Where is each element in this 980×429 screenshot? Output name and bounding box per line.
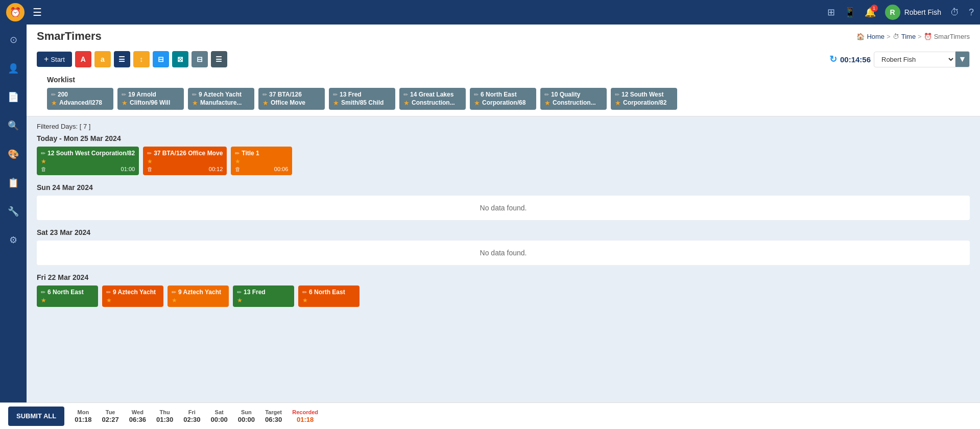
bottom-day-sun: Sun 00:00 xyxy=(238,409,255,423)
sidebar-item-documents[interactable]: 📄 xyxy=(4,88,22,106)
sort-button[interactable]: ↕ xyxy=(133,51,150,67)
timeline-content: Filtered Days: [ 7 ] Today - Mon 25 Mar … xyxy=(27,116,980,321)
filter2-button[interactable]: ⊠ xyxy=(172,51,188,67)
notification-bell-icon[interactable]: 🔔 1 xyxy=(865,7,876,18)
bottom-day-value-tue: 02:27 xyxy=(102,416,118,423)
mobile-icon[interactable]: 📱 xyxy=(844,7,855,18)
clock-icon[interactable]: ⏱ xyxy=(950,7,960,18)
sidebar-item-users[interactable]: 👤 xyxy=(4,59,22,78)
time-entry-card[interactable]: ✏ 9 Aztech Yacht ★ xyxy=(168,285,229,307)
worklist-card[interactable]: ✏ 13 Fred ★ Smith/85 Child xyxy=(329,88,395,110)
time-entry-card[interactable]: ✏ 6 North East ★ xyxy=(37,285,98,307)
sidebar-item-reports[interactable]: 📋 xyxy=(4,174,22,192)
star-icon: ★ xyxy=(262,99,269,107)
timer-refresh-icon[interactable]: ↻ xyxy=(829,54,837,65)
sidebar-item-tools[interactable]: 🔧 xyxy=(4,202,22,221)
start-button[interactable]: Start xyxy=(37,52,72,67)
user-select-dropdown-button[interactable]: ▼ xyxy=(955,51,970,67)
breadcrumb: 🏠 Home > ⏱ Time > ⏰ SmarTimers xyxy=(856,33,970,40)
bottom-recorded: Recorded 01:18 xyxy=(292,409,318,423)
worklist-card[interactable]: ✏ 37 BTA/126 ★ Office Move xyxy=(258,88,325,110)
bottom-day-value-sat: 00:00 xyxy=(210,416,227,423)
trash-icon[interactable]: 🗑 xyxy=(147,166,153,172)
pencil-icon: ✏ xyxy=(106,289,111,296)
worklist-card[interactable]: ✏ 9 Aztech Yacht ★ Manufacture... xyxy=(188,88,254,110)
pencil-icon: ✏ xyxy=(41,150,45,157)
breadcrumb-timer-icon: ⏰ xyxy=(924,33,932,40)
star-icon: ★ xyxy=(403,99,410,107)
trash-icon[interactable]: 🗑 xyxy=(41,166,46,172)
timer-value: 00:14:56 xyxy=(840,55,871,64)
star-icon: ★ xyxy=(172,297,177,304)
card-id: 37 BTA/126 xyxy=(269,91,321,98)
card-name: Office Move xyxy=(271,99,321,106)
bottom-day-name-sat: Sat xyxy=(215,409,224,415)
card-id: 6 North East xyxy=(481,91,532,98)
entry-title: 6 North East xyxy=(309,289,355,296)
breadcrumb-home-link[interactable]: Home xyxy=(867,33,885,40)
text-format-upper-button[interactable]: A xyxy=(75,51,91,67)
bottom-day-tue: Tue 02:27 xyxy=(102,409,118,423)
time-entry-card[interactable]: ✏ Title 1 ★ 🗑 00:06 xyxy=(231,147,292,175)
card-id: 19 Arnold xyxy=(128,91,180,98)
notification-badge: 1 xyxy=(871,5,878,12)
entry-title: 12 South West Corporation/82 xyxy=(47,150,135,157)
star-icon: ★ xyxy=(615,99,621,107)
pencil-icon: ✏ xyxy=(615,91,619,98)
star-icon: ★ xyxy=(544,99,551,107)
list-button[interactable]: ☰ xyxy=(211,51,227,67)
list-az-button[interactable]: ☰ xyxy=(114,51,130,67)
entry-title: 37 BTA/126 Office Move xyxy=(154,150,223,157)
time-entry-card[interactable]: ✏ 6 North East ★ xyxy=(298,285,360,307)
sidebar-item-palette[interactable]: 🎨 xyxy=(4,145,22,163)
star-icon: ★ xyxy=(333,99,339,107)
day-section-sat23: Sat 23 Mar 2024 No data found. xyxy=(37,228,970,265)
text-format-lower-button[interactable]: a xyxy=(94,51,111,67)
card-name: Construction... xyxy=(412,99,462,106)
breadcrumb-time-link[interactable]: Time xyxy=(901,33,916,40)
worklist-card[interactable]: ✏ 6 North East ★ Corporation/68 xyxy=(470,88,536,110)
worklist-card[interactable]: ✏ 200 ★ Advanced/I278 xyxy=(47,88,113,110)
time-entry-card[interactable]: ✏ 9 Aztech Yacht ★ xyxy=(102,285,163,307)
time-entry-card[interactable]: ✏ 12 South West Corporation/82 ★ 🗑 01:00 xyxy=(37,147,139,175)
user-select[interactable]: Robert Fish xyxy=(874,52,955,67)
worklist-card[interactable]: ✏ 10 Quality ★ Construction... xyxy=(540,88,607,110)
app-logo: ⏰ xyxy=(6,3,25,21)
bottom-day-name-tue: Tue xyxy=(106,409,115,415)
submit-all-button[interactable]: SUBMIT ALL xyxy=(8,407,64,426)
help-icon[interactable]: ? xyxy=(969,7,974,18)
entry-duration: 00:12 xyxy=(209,166,223,172)
day-header-sun24: Sun 24 Mar 2024 xyxy=(37,183,970,192)
grid-view-icon[interactable]: ⊞ xyxy=(827,7,835,18)
time-entry-card[interactable]: ✏ 13 Fred ★ xyxy=(233,285,294,307)
card-name: Manufacture... xyxy=(200,99,250,106)
worklist-card[interactable]: ✏ 19 Arnold ★ Clifton/96 Will xyxy=(117,88,184,110)
worklist-cards: ✏ 200 ★ Advanced/I278 ✏ 19 Arnold ★ xyxy=(37,86,970,116)
bottom-day-mon: Mon 01:18 xyxy=(75,409,91,423)
bottom-day-value-sun: 00:00 xyxy=(238,416,255,423)
day-header-today: Today - Mon 25 Mar 2024 xyxy=(37,134,970,142)
day-section-fri22: Fri 22 Mar 2024 ✏ 6 North East ★ ✏ xyxy=(37,273,970,307)
bottom-day-name-wed: Wed xyxy=(132,409,144,415)
day-header-fri22: Fri 22 Mar 2024 xyxy=(37,273,970,281)
pencil-icon: ✏ xyxy=(237,289,242,296)
card-id: 12 South West xyxy=(622,91,673,98)
sidebar-item-settings[interactable]: ⚙ xyxy=(4,231,22,249)
pencil-icon: ✏ xyxy=(333,91,338,98)
time-entry-card[interactable]: ✏ 37 BTA/126 Office Move ★ 🗑 00:12 xyxy=(143,147,227,175)
card-id: 14 Great Lakes xyxy=(410,91,462,98)
page-title: SmarTimers xyxy=(37,30,102,43)
worklist-card[interactable]: ✏ 12 South West ★ Corporation/82 xyxy=(611,88,677,110)
filter-button[interactable]: ⊟ xyxy=(153,51,169,67)
entry-title: 9 Aztech Yacht xyxy=(178,289,225,296)
grid-button[interactable]: ⊟ xyxy=(192,51,208,67)
sidebar-item-dashboard[interactable]: ⊙ xyxy=(4,31,22,49)
card-name: Corporation/82 xyxy=(623,99,673,106)
trash-icon[interactable]: 🗑 xyxy=(235,166,241,172)
card-name: Construction... xyxy=(553,99,603,106)
user-menu[interactable]: R Robert Fish xyxy=(885,5,941,20)
star-icon: ★ xyxy=(237,297,243,304)
worklist-card[interactable]: ✏ 14 Great Lakes ★ Construction... xyxy=(399,88,466,110)
sidebar-item-search[interactable]: 🔍 xyxy=(4,116,22,135)
hamburger-menu-icon[interactable]: ☰ xyxy=(33,6,42,18)
